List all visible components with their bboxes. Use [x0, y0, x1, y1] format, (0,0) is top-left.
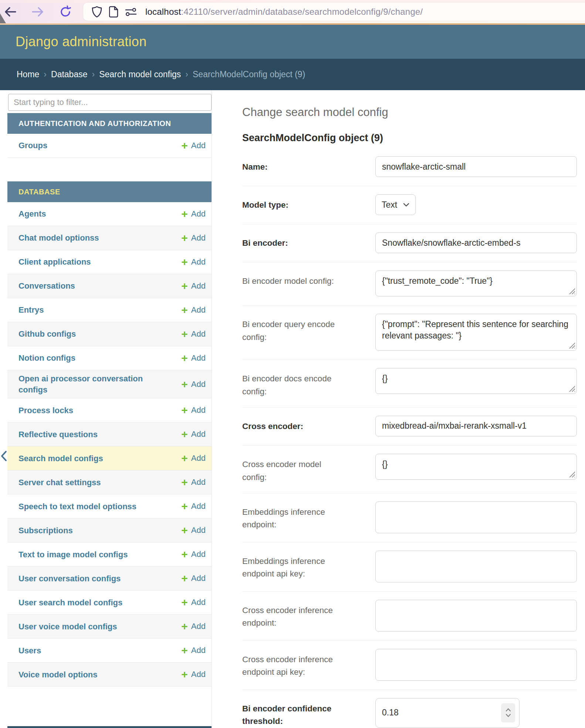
add-link-chat-model-optionss[interactable]: +Add — [181, 233, 206, 243]
sidebar-spacer — [7, 687, 212, 726]
sidebar-item-agents[interactable]: Agents — [18, 208, 46, 220]
plus-icon: + — [181, 142, 188, 149]
plus-icon: + — [181, 647, 188, 654]
sidebar-item-notion-configs[interactable]: Notion configs — [18, 353, 75, 364]
add-link-entrys[interactable]: +Add — [181, 305, 206, 315]
form-row-embeddings-inference-endpoint: Embeddings inference endpoint: — [242, 493, 577, 542]
sidebar-item-conversations[interactable]: Conversations — [18, 280, 75, 292]
add-link-user-voice-model-configs[interactable]: +Add — [181, 622, 206, 631]
browser-toolbar: localhost:42110/server/admin/database/se… — [0, 0, 585, 23]
site-title-link[interactable]: Django administration — [16, 34, 147, 50]
add-link-open-ai-processor-conversation-configs[interactable]: +Add — [181, 380, 206, 389]
add-link-client-applications[interactable]: +Add — [181, 257, 206, 267]
sidebar-item-chat-model-optionss[interactable]: Chat model optionss — [18, 232, 99, 244]
add-link-user-search-model-configs[interactable]: +Add — [181, 598, 206, 607]
browser-back-button[interactable] — [2, 4, 18, 20]
plus-icon: + — [181, 455, 188, 462]
add-link-search-model-configs[interactable]: +Add — [181, 453, 206, 463]
breadcrumb-database[interactable]: Database — [51, 69, 87, 79]
sidebar-item-speech-to-text-model-optionss[interactable]: Speech to text model optionss — [18, 501, 136, 512]
sidebar-item-reflective-questions[interactable]: Reflective questions — [18, 429, 98, 440]
field-input-bi-encoder[interactable] — [375, 232, 577, 253]
field-input-cross-encoder-inference-endpoint-api-key[interactable] — [375, 649, 577, 681]
sidebar-item-server-chat-settingss[interactable]: Server chat settingss — [18, 477, 101, 488]
sidebar-item-subscriptions[interactable]: Subscriptions — [18, 525, 73, 536]
plus-icon: + — [181, 503, 188, 510]
field-textarea-bi-encoder-model-config[interactable] — [375, 271, 577, 296]
field-input-embeddings-inference-endpoint-api-key[interactable] — [375, 551, 577, 582]
add-link-users[interactable]: +Add — [181, 646, 206, 655]
sidebar-item-voice-model-options[interactable]: Voice model options — [18, 669, 98, 680]
number-spinner[interactable] — [501, 703, 515, 722]
sidebar-row-process-locks: Process locks+Add — [7, 398, 212, 422]
plus-icon: + — [181, 431, 188, 438]
plus-icon: + — [181, 306, 188, 314]
field-label-bi-encoder-confidence-threshold: Bi encoder confidence threshold: — [242, 698, 346, 728]
sidebar-item-process-locks[interactable]: Process locks — [18, 405, 73, 416]
form-row-model-type: Model type:Text — [242, 186, 577, 224]
field-textarea-bi-encoder-docs-encode-config[interactable] — [375, 368, 577, 394]
breadcrumb-search-model-configs[interactable]: Search model configs — [99, 69, 181, 79]
form-row-name: Name: — [242, 148, 577, 186]
field-number-bi-encoder-confidence-threshold[interactable] — [375, 698, 520, 728]
field-input-name[interactable] — [375, 156, 577, 177]
breadcrumb-home[interactable]: Home — [17, 69, 39, 79]
add-link-groups[interactable]: +Add — [181, 141, 206, 150]
textarea-wrap-cross-encoder-model-config — [375, 454, 577, 480]
field-label-name: Name: — [242, 156, 346, 177]
field-textarea-bi-encoder-query-encode-config[interactable] — [375, 314, 577, 351]
add-label: Add — [191, 209, 206, 219]
page-info-icon[interactable] — [108, 6, 119, 18]
add-link-speech-to-text-model-optionss[interactable]: +Add — [181, 501, 206, 511]
field-input-cross-encoder[interactable] — [375, 416, 577, 436]
sidebar-item-search-model-configs[interactable]: Search model configs — [18, 453, 103, 464]
sidebar-row-chat-model-optionss: Chat model optionss+Add — [7, 226, 212, 250]
plus-icon: + — [181, 623, 188, 630]
add-link-user-conversation-configs[interactable]: +Add — [181, 574, 206, 583]
sidebar-row-user-search-model-configs: User search model configs+Add — [7, 591, 212, 615]
breadcrumb: Home › Database › Search model configs ›… — [0, 59, 585, 90]
add-link-notion-configs[interactable]: +Add — [181, 353, 206, 363]
field-select-model-type[interactable]: Text — [375, 194, 416, 215]
sidebar-item-entrys[interactable]: Entrys — [18, 305, 44, 316]
add-link-voice-model-options[interactable]: +Add — [181, 670, 206, 679]
textarea-wrap-bi-encoder-docs-encode-config — [375, 368, 577, 394]
form-row-cross-encoder: Cross encoder: — [242, 408, 577, 446]
form-row-embeddings-inference-endpoint-api-key: Embeddings inference endpoint api key: — [242, 542, 577, 592]
form-row-cross-encoder-inference-endpoint: Cross encoder inference endpoint: — [242, 592, 577, 641]
add-link-reflective-questions[interactable]: +Add — [181, 429, 206, 439]
add-link-server-chat-settingss[interactable]: +Add — [181, 477, 206, 487]
sidebar-collapse-toggle[interactable] — [0, 449, 10, 463]
sidebar-item-user-voice-model-configs[interactable]: User voice model configs — [18, 621, 117, 632]
section-title: DATABASE — [18, 188, 60, 196]
add-link-subscriptions[interactable]: +Add — [181, 525, 206, 535]
add-link-github-configs[interactable]: +Add — [181, 329, 206, 339]
add-link-text-to-image-model-configs[interactable]: +Add — [181, 550, 206, 559]
sidebar-row-subscriptions: Subscriptions+Add — [7, 518, 212, 542]
browser-forward-button[interactable] — [30, 4, 46, 20]
field-input-cross-encoder-inference-endpoint[interactable] — [375, 600, 577, 632]
sidebar-item-open-ai-processor-conversation-configs[interactable]: Open ai processor conversation configs — [18, 373, 150, 395]
sidebar-row-voice-model-options: Voice model options+Add — [7, 663, 212, 687]
add-link-process-locks[interactable]: +Add — [181, 405, 206, 415]
sidebar-filter-input[interactable] — [8, 94, 212, 111]
spinner-up-icon[interactable] — [505, 708, 511, 712]
sidebar-item-users[interactable]: Users — [18, 645, 41, 656]
add-link-conversations[interactable]: +Add — [181, 281, 206, 291]
field-control-cross-encoder-model-config — [375, 454, 577, 484]
field-textarea-cross-encoder-model-config[interactable] — [375, 454, 577, 480]
browser-reload-button[interactable] — [57, 4, 74, 20]
add-link-agents[interactable]: +Add — [181, 209, 206, 219]
permissions-sliders-icon[interactable] — [125, 6, 136, 18]
field-input-embeddings-inference-endpoint[interactable] — [375, 501, 577, 533]
sidebar-item-client-applications[interactable]: Client applications — [18, 256, 91, 268]
form-row-bi-encoder-model-config: Bi encoder model config: — [242, 262, 577, 306]
spinner-down-icon[interactable] — [505, 714, 511, 717]
sidebar-item-github-configs[interactable]: Github configs — [18, 329, 76, 340]
sidebar-item-user-search-model-configs[interactable]: User search model configs — [18, 597, 122, 608]
sidebar-item-text-to-image-model-configs[interactable]: Text to image model configs — [18, 549, 128, 560]
sidebar-item-groups[interactable]: Groups — [18, 140, 47, 151]
url-bar[interactable]: localhost:42110/server/admin/database/se… — [83, 3, 585, 21]
sidebar-item-user-conversation-configs[interactable]: User conversation configs — [18, 573, 121, 584]
shield-icon[interactable] — [91, 6, 102, 18]
